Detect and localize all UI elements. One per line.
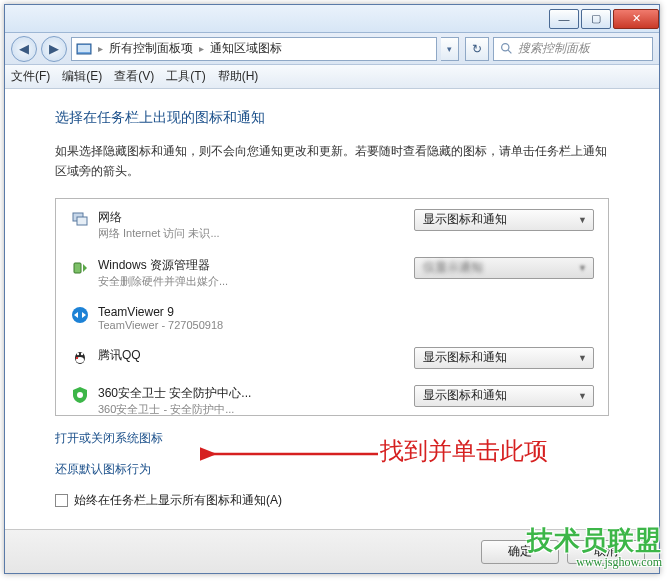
close-button[interactable]: ✕ [613,9,659,29]
page-title: 选择在任务栏上出现的图标和通知 [55,109,609,127]
address-bar: ◀ ▶ ▸ 所有控制面板项 ▸ 通知区域图标 ▾ ↻ 搜索控制面板 [5,33,659,65]
item-name: 网络 [98,209,414,226]
list-item: 腾讯QQ 显示图标和通知 [70,347,594,369]
list-item: 360安全卫士 安全防护中心... 360安全卫士 - 安全防护中... 显示图… [70,385,594,416]
network-icon [70,209,90,229]
svg-rect-5 [77,217,87,225]
menu-tools[interactable]: 工具(T) [166,68,205,85]
qq-icon [70,347,90,367]
item-subtitle: 360安全卫士 - 安全防护中... [98,402,258,416]
breadcrumb[interactable]: ▸ 所有控制面板项 ▸ 通知区域图标 [71,37,437,61]
forward-button[interactable]: ▶ [41,36,67,62]
behavior-select[interactable]: 显示图标和通知 [414,385,594,407]
breadcrumb-seg-current[interactable]: 通知区域图标 [210,40,282,57]
minimize-button[interactable]: — [549,9,579,29]
chevron-right-icon: ▸ [98,43,103,54]
svg-point-11 [81,353,83,355]
search-icon [500,42,513,55]
menu-edit[interactable]: 编辑(E) [62,68,102,85]
menu-bar: 文件(F) 编辑(E) 查看(V) 工具(T) 帮助(H) [5,65,659,89]
refresh-button[interactable]: ↻ [465,37,489,61]
watermark: 技术员联盟 www.jsghow.com [527,527,662,569]
search-placeholder: 搜索控制面板 [518,40,590,57]
teamviewer-icon [70,305,90,325]
behavior-select[interactable]: 显示图标和通知 [414,347,594,369]
list-item: TeamViewer 9 TeamViewer - 727050918 [70,305,594,331]
item-subtitle: TeamViewer - 727050918 [98,319,258,331]
checkbox[interactable] [55,494,68,507]
content-area: 选择在任务栏上出现的图标和通知 如果选择隐藏图标和通知，则不会向您通知更改和更新… [5,89,659,529]
control-panel-window: — ▢ ✕ ◀ ▶ ▸ 所有控制面板项 ▸ 通知区域图标 ▾ ↻ 搜索控制面板 … [4,4,660,574]
item-name: 腾讯QQ [98,347,414,364]
checkbox-label: 始终在任务栏上显示所有图标和通知(A) [74,492,282,509]
page-description: 如果选择隐藏图标和通知，则不会向您通知更改和更新。若要随时查看隐藏的图标，请单击… [55,141,609,182]
item-subtitle: 安全删除硬件并弹出媒介... [98,274,258,289]
always-show-checkbox-row[interactable]: 始终在任务栏上显示所有图标和通知(A) [55,492,609,509]
behavior-select[interactable]: 仅显示通知 [414,257,594,279]
breadcrumb-seg-all[interactable]: 所有控制面板项 [109,40,193,57]
maximize-button[interactable]: ▢ [581,9,611,29]
control-panel-icon [76,41,92,57]
notification-items-list: 网络 网络 Internet 访问 未识... 显示图标和通知 Windows … [55,198,609,416]
360-safe-icon [70,385,90,405]
item-name: 360安全卫士 安全防护中心... [98,385,414,402]
chevron-right-icon: ▸ [199,43,204,54]
explorer-icon [70,257,90,277]
item-subtitle: 网络 Internet 访问 未识... [98,226,258,241]
watermark-main: 技术员联盟 [527,526,662,555]
watermark-url: www.jsghow.com [527,556,662,569]
svg-point-10 [77,353,79,355]
back-button[interactable]: ◀ [11,36,37,62]
search-input[interactable]: 搜索控制面板 [493,37,653,61]
address-dropdown[interactable]: ▾ [441,37,459,61]
svg-point-2 [502,44,509,51]
svg-point-13 [77,392,83,398]
menu-help[interactable]: 帮助(H) [218,68,259,85]
window-controls: — ▢ ✕ [547,9,659,29]
list-item: 网络 网络 Internet 访问 未识... 显示图标和通知 [70,209,594,241]
behavior-select[interactable]: 显示图标和通知 [414,209,594,231]
svg-rect-12 [76,357,78,359]
svg-line-3 [508,50,511,53]
svg-rect-1 [78,45,90,52]
titlebar: — ▢ ✕ [5,5,659,33]
svg-rect-6 [74,263,81,273]
item-name: TeamViewer 9 [98,305,594,319]
list-item: Windows 资源管理器 安全删除硬件并弹出媒介... 仅显示通知 [70,257,594,289]
item-name: Windows 资源管理器 [98,257,414,274]
menu-view[interactable]: 查看(V) [114,68,154,85]
annotation-text: 找到并单击此项 [380,435,548,467]
menu-file[interactable]: 文件(F) [11,68,50,85]
